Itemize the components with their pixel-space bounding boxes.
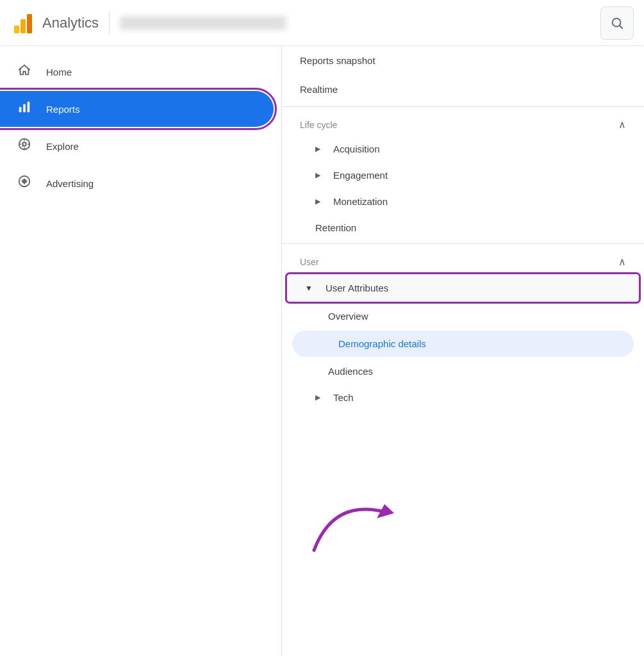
tech-label: Tech	[333, 392, 354, 403]
retention-label: Retention	[315, 222, 356, 233]
realtime-label: Realtime	[300, 84, 338, 95]
sidebar-item-reports[interactable]: Reports	[0, 91, 274, 127]
reports-icon	[15, 100, 33, 118]
divider-user	[282, 243, 644, 244]
svg-line-7	[620, 26, 622, 28]
lifecycle-label: Life cycle	[300, 120, 337, 130]
menu-item-engagement[interactable]: ▶ Engagement	[282, 162, 644, 188]
acquisition-label: Acquisition	[333, 144, 380, 154]
header-divider	[109, 12, 110, 35]
svg-marker-15	[377, 504, 394, 518]
reports-snapshot-label: Reports snapshot	[300, 55, 376, 66]
svg-rect-10	[28, 102, 30, 113]
section-lifecycle: Life cycle ∧	[282, 110, 644, 136]
menu-item-acquisition[interactable]: ▶ Acquisition	[282, 136, 644, 162]
sidebar-item-advertising[interactable]: Advertising	[0, 165, 274, 201]
menu-item-realtime[interactable]: Realtime	[282, 75, 644, 104]
reports-label: Reports	[46, 104, 80, 115]
svg-rect-8	[19, 107, 22, 112]
monetization-expand-icon: ▶	[315, 197, 320, 206]
advertising-label: Advertising	[46, 178, 94, 189]
tech-expand-icon: ▶	[315, 393, 320, 402]
header: Analytics	[0, 0, 644, 46]
engagement-label: Engagement	[333, 170, 388, 181]
sidebar-item-home[interactable]: Home	[0, 54, 274, 90]
header-account	[120, 16, 600, 30]
sidebar-item-explore[interactable]: Explore	[0, 128, 274, 164]
sidebar: Home Reports Explore	[0, 46, 282, 656]
logo-area: Analytics	[10, 10, 99, 36]
menu-item-demographic-details[interactable]: Demographic details	[292, 331, 634, 357]
search-icon	[610, 16, 624, 30]
explore-icon	[15, 137, 33, 155]
overview-label: Overview	[328, 311, 368, 322]
demographic-details-label: Demographic details	[338, 338, 426, 349]
arrow-annotation	[295, 461, 423, 563]
user-attributes-label: User Attributes	[326, 283, 388, 293]
svg-rect-5	[14, 26, 19, 33]
acquisition-expand-icon: ▶	[315, 145, 320, 153]
engagement-expand-icon: ▶	[315, 171, 320, 179]
explore-label: Explore	[46, 141, 79, 152]
search-button[interactable]	[600, 6, 634, 40]
svg-rect-3	[27, 14, 32, 33]
main-layout: Home Reports Explore	[0, 46, 644, 656]
user-attributes-expand-icon: ▼	[305, 284, 313, 293]
user-section-label: User	[300, 257, 319, 267]
menu-item-overview[interactable]: Overview	[282, 303, 644, 329]
section-user: User ∧	[282, 247, 644, 273]
analytics-logo-icon	[10, 10, 36, 36]
monetization-label: Monetization	[333, 196, 388, 207]
lifecycle-collapse-icon[interactable]: ∧	[618, 119, 626, 131]
divider-lifecycle	[282, 106, 644, 107]
audiences-label: Audiences	[328, 366, 373, 377]
menu-item-retention[interactable]: Retention	[282, 215, 644, 241]
right-panel: Reports snapshot Realtime Life cycle ∧ ▶…	[282, 46, 644, 411]
menu-item-tech[interactable]: ▶ Tech	[282, 384, 644, 411]
home-label: Home	[46, 67, 72, 78]
menu-item-reports-snapshot[interactable]: Reports snapshot	[282, 46, 644, 75]
menu-item-user-attributes[interactable]: ▼ User Attributes	[287, 274, 639, 302]
svg-rect-4	[21, 19, 26, 33]
user-collapse-icon[interactable]: ∧	[618, 256, 626, 268]
menu-item-audiences[interactable]: Audiences	[282, 358, 644, 384]
advertising-icon	[15, 174, 33, 192]
home-icon	[15, 63, 33, 81]
account-name-blurred	[120, 16, 286, 30]
svg-rect-9	[23, 104, 26, 112]
menu-item-monetization[interactable]: ▶ Monetization	[282, 188, 644, 215]
app-title: Analytics	[42, 15, 99, 31]
